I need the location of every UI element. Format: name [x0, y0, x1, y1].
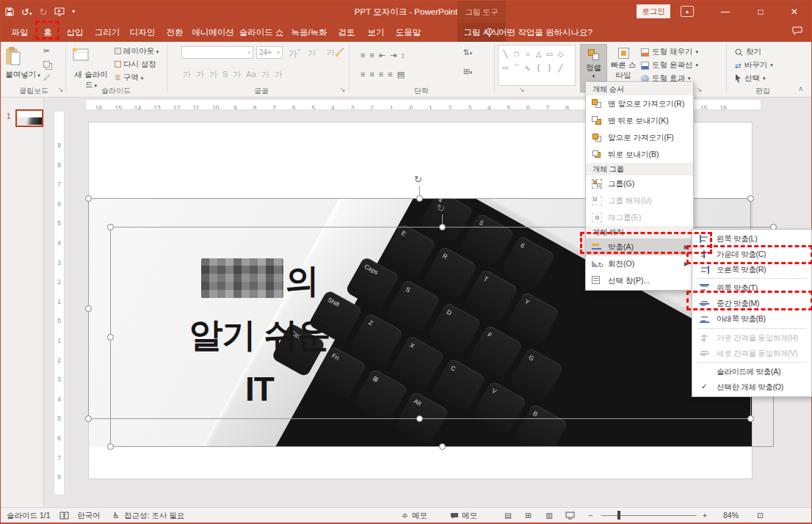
- cut-icon[interactable]: ✂: [43, 46, 50, 55]
- reset-button[interactable]: 다시 설정: [115, 59, 156, 70]
- menu-item-group[interactable]: 그룹(G): [586, 175, 693, 192]
- resize-handle[interactable]: [85, 415, 92, 422]
- clipboard-dialog-launcher-icon[interactable]: ↘: [58, 86, 64, 93]
- resize-handle[interactable]: [747, 195, 754, 202]
- shape-outline-button[interactable]: 도형 윤곽선▾: [641, 60, 698, 70]
- tab-animations[interactable]: 애니메이션: [192, 23, 234, 42]
- rotation-handle[interactable]: ↻: [437, 203, 445, 214]
- bring-forward-icon: [592, 133, 602, 142]
- tab-record[interactable]: 녹음/녹화: [289, 23, 330, 42]
- regroup-icon: [592, 213, 602, 222]
- font-style-icons: 가가가S가Aa가가: [183, 67, 288, 80]
- shape-fill-button[interactable]: 도형 채우기▾: [641, 47, 698, 57]
- menu-item-send-to-back[interactable]: 맨 뒤로 보내기(K): [586, 112, 693, 129]
- menu-item-bring-forward[interactable]: 앞으로 가져오기(F): [586, 129, 693, 146]
- shapes-gallery[interactable]: ╲□○△▭◇⇨⌒∿{}╱: [498, 45, 576, 86]
- tell-me-search[interactable]: 어떤 작업을 원하시나요?: [485, 23, 592, 42]
- copy-icon[interactable]: [43, 59, 50, 68]
- resize-handle[interactable]: [107, 443, 114, 450]
- tab-insert[interactable]: 삽입: [62, 23, 87, 42]
- login-button[interactable]: 로그인: [637, 4, 670, 18]
- tab-slideshow[interactable]: 슬라이드 쇼: [239, 23, 284, 42]
- view-slideshow-icon[interactable]: [565, 508, 575, 523]
- tab-design[interactable]: 디자인: [127, 23, 158, 42]
- format-painter-icon: 🖉: [43, 73, 51, 81]
- comments-panel-icon[interactable]: [792, 26, 802, 35]
- tab-transitions[interactable]: 전환: [162, 23, 187, 42]
- resize-handle[interactable]: [85, 305, 92, 312]
- accessibility-status[interactable]: 접근성: 조사 필요: [124, 508, 184, 523]
- menu-item-send-backward[interactable]: 뒤로 보내기(B): [586, 146, 693, 163]
- font-dialog-launcher-icon[interactable]: ↘: [340, 86, 346, 93]
- zoom-slider-thumb[interactable]: [617, 511, 620, 520]
- submenu-item-align-selected-objects[interactable]: ✓선택한 개체 맞춤(O): [692, 379, 811, 395]
- resize-handle[interactable]: [416, 195, 423, 202]
- notes-button[interactable]: 메모: [412, 508, 427, 523]
- find-button[interactable]: 찾기: [735, 47, 761, 57]
- tab-view[interactable]: 보기: [363, 23, 388, 42]
- new-slide-button[interactable]: 새 슬라이드 ▾: [71, 45, 111, 90]
- rotate-icon: ↻: [592, 259, 602, 269]
- collapse-ribbon-icon[interactable]: ∧: [798, 84, 803, 92]
- close-button[interactable]: ✕: [777, 1, 811, 23]
- paste-button[interactable]: 붙여넣기 ▾: [5, 45, 40, 80]
- minimize-button[interactable]: —: [708, 1, 742, 23]
- view-normal-icon[interactable]: ▤: [504, 508, 512, 523]
- paragraph-dialog-launcher-icon[interactable]: ↘: [519, 86, 525, 93]
- zoom-out-button[interactable]: −: [588, 508, 592, 523]
- paragraph-align-icons[interactable]: ≡≡≡≡▤: [360, 67, 409, 80]
- layout-button[interactable]: 레이아웃 ▾: [115, 46, 159, 57]
- send-backward-icon: [592, 150, 602, 159]
- menu-item-bring-to-front[interactable]: 맨 앞으로 가져오기(R): [586, 95, 693, 112]
- comments-button[interactable]: 메모: [462, 508, 477, 523]
- tab-review[interactable]: 검토: [334, 23, 359, 42]
- zoom-percentage[interactable]: 84%: [723, 508, 739, 523]
- resize-handle[interactable]: [439, 224, 446, 230]
- zoom-slider-track[interactable]: [601, 515, 697, 516]
- submenu-item-align-to-slide[interactable]: 슬라이드에 맞춤(A): [692, 364, 811, 379]
- view-reading-icon[interactable]: ▥: [545, 508, 553, 523]
- ribbon-display-options-icon[interactable]: ▴: [681, 6, 694, 17]
- resize-handle[interactable]: [107, 224, 114, 230]
- resize-handle[interactable]: [107, 334, 114, 341]
- vertical-ruler: 9876543210123456789: [54, 111, 65, 495]
- menu-section-group: 개체 그룹: [586, 163, 693, 175]
- paragraph-list-icons[interactable]: ≡≡⇤⇥↕: [360, 48, 410, 61]
- maximize-button[interactable]: □: [744, 1, 777, 23]
- distribute-vertical-icon: [700, 349, 709, 357]
- new-slide-icon: [71, 46, 111, 68]
- bring-to-front-icon: [592, 99, 602, 109]
- section-button[interactable]: ≣ 구역 ▾: [115, 73, 143, 83]
- ribbon-tab-row: 파일 홈 삽입 그리기 디자인 전환 애니메이션 슬라이드 쇼 녹음/녹화 검토…: [1, 23, 811, 42]
- fit-to-window-icon[interactable]: ⊡: [757, 508, 764, 523]
- tab-help[interactable]: 도움말: [393, 23, 424, 42]
- tell-me-placeholder: 어떤 작업을 원하시나요?: [499, 27, 592, 38]
- tab-draw[interactable]: 그리기: [92, 23, 123, 42]
- send-to-back-icon: [592, 116, 602, 125]
- font-name-combo: ▾: [181, 46, 253, 59]
- status-bar: 슬라이드 1/1 한국어 ♿ 접근성: 조사 필요 ≑ 메모 메모 ▤ ⊞ ▥ …: [1, 507, 811, 523]
- menu-item-rotate[interactable]: ↻회전(O)▶: [586, 255, 693, 272]
- quick-styles-icon: [618, 48, 629, 59]
- drawing-dialog-launcher-icon[interactable]: ↘: [697, 86, 703, 93]
- slide-thumbnail[interactable]: [15, 109, 43, 127]
- view-slide-sorter-icon[interactable]: ⊞: [525, 508, 532, 523]
- resize-handle[interactable]: [439, 443, 446, 450]
- rotation-handle[interactable]: ↻: [414, 174, 422, 185]
- title-bar: ↺▾ ↻ ▾ PPT 모자이크 - PowerPoint 그림 도구 로그인 ▴…: [1, 1, 811, 23]
- language-indicator[interactable]: 한국어: [77, 508, 101, 523]
- resize-handle[interactable]: [85, 195, 92, 202]
- replace-button[interactable]: ⇄바꾸기▾: [735, 60, 773, 70]
- select-button[interactable]: 선택▾: [735, 73, 766, 84]
- ungroup-icon: [592, 196, 602, 205]
- align-text-icon[interactable]: ⊞▾: [463, 67, 472, 76]
- menu-item-selection-pane[interactable]: 선택 창(P)...: [586, 272, 693, 289]
- tab-file[interactable]: 파일: [7, 23, 33, 42]
- slide-thumbnail-panel: 1: [1, 98, 44, 507]
- group-icon: [592, 179, 602, 189]
- slide-counter[interactable]: 슬라이드 1/1: [7, 508, 51, 523]
- spellcheck-icon[interactable]: [59, 508, 69, 523]
- text-direction-icon[interactable]: ⇅▾: [463, 48, 472, 57]
- submenu-item-align-bottom[interactable]: 아래쪽 맞춤(B): [692, 311, 811, 327]
- zoom-in-button[interactable]: +: [703, 508, 707, 523]
